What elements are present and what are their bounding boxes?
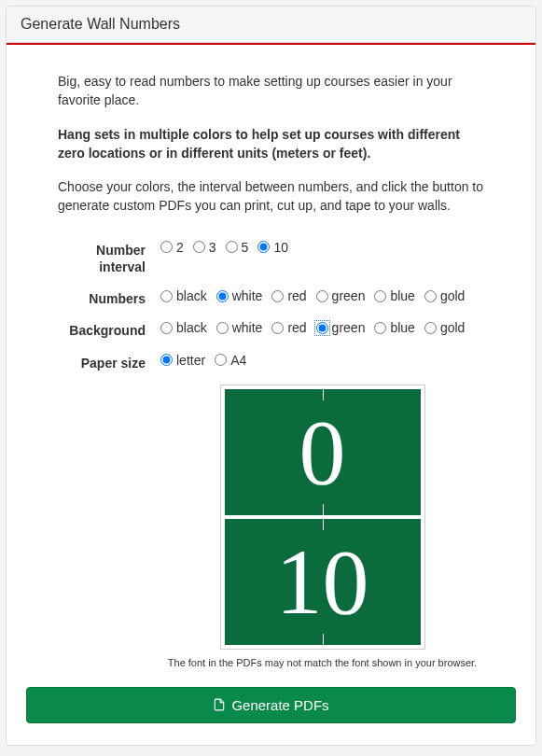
radio-input[interactable] [424, 322, 437, 334]
radio-paper-letter[interactable]: letter [160, 353, 205, 368]
radio-input[interactable] [226, 241, 238, 253]
panel-header: Generate Wall Numbers [7, 7, 535, 43]
radio-input[interactable] [316, 290, 328, 302]
options-paper-size: letter A4 [160, 353, 484, 368]
radio-numbers-white[interactable]: white [216, 288, 263, 303]
radio-numbers-blue[interactable]: blue [374, 288, 414, 303]
radio-input[interactable] [374, 322, 386, 334]
radio-bg-black[interactable]: black [160, 320, 207, 335]
radio-input[interactable] [215, 354, 227, 366]
tick-top [323, 389, 324, 400]
radio-input[interactable] [160, 354, 173, 366]
intro-text-1: Big, easy to read numbers to make settin… [58, 72, 484, 110]
generate-pdfs-button[interactable]: Generate PDFs [26, 687, 516, 723]
pdf-icon [213, 698, 226, 711]
row-number-interval: Number interval 2 3 5 10 [58, 240, 484, 275]
intro-text-3: Choose your colors, the interval between… [58, 177, 484, 216]
radio-interval-3[interactable]: 3 [193, 240, 216, 255]
radio-numbers-green[interactable]: green [316, 288, 366, 303]
tick-bottom [323, 634, 324, 645]
radio-input[interactable] [193, 241, 205, 253]
radio-numbers-gold[interactable]: gold [424, 288, 465, 303]
radio-interval-2[interactable]: 2 [160, 240, 184, 255]
tick-bottom [323, 504, 324, 515]
preview-wrap: 0 10 The font in the PDFs may not match … [160, 385, 484, 668]
radio-input[interactable] [271, 290, 284, 302]
preview-number-first: 0 [299, 399, 346, 506]
generate-pdfs-label: Generate PDFs [231, 697, 328, 713]
preview-box: 0 10 [220, 385, 425, 650]
panel: Generate Wall Numbers Big, easy to read … [6, 6, 536, 746]
row-background-color: Background black white red green blue go… [58, 320, 484, 339]
row-numbers-color: Numbers black white red green blue gold [58, 288, 484, 307]
tick-top [323, 519, 324, 530]
label-background-color: Background [58, 320, 160, 339]
intro-text-2: Hang sets in multiple colors to help set… [58, 125, 484, 163]
content: Big, easy to read numbers to make settin… [21, 72, 521, 687]
preview-card-second: 10 [225, 519, 421, 645]
label-number-interval: Number interval [58, 240, 160, 275]
radio-input[interactable] [424, 290, 437, 302]
font-note: The font in the PDFs may not match the f… [168, 657, 477, 668]
radio-input[interactable] [160, 290, 173, 302]
preview-number-second: 10 [276, 528, 369, 636]
radio-input[interactable] [160, 241, 173, 253]
radio-input[interactable] [216, 290, 229, 302]
label-numbers-color: Numbers [58, 288, 160, 307]
options-number-interval: 2 3 5 10 [160, 240, 484, 255]
options-background-color: black white red green blue gold [160, 320, 484, 335]
options-numbers-color: black white red green blue gold [160, 288, 484, 303]
radio-input[interactable] [271, 322, 284, 334]
radio-numbers-red[interactable]: red [271, 288, 306, 303]
radio-interval-10[interactable]: 10 [257, 240, 288, 255]
radio-bg-blue[interactable]: blue [374, 320, 414, 335]
label-paper-size: Paper size [58, 353, 160, 371]
radio-bg-white[interactable]: white [216, 320, 263, 335]
page-title: Generate Wall Numbers [21, 16, 521, 33]
radio-bg-gold[interactable]: gold [424, 320, 465, 335]
radio-numbers-black[interactable]: black [160, 288, 207, 303]
radio-interval-5[interactable]: 5 [226, 240, 249, 255]
preview-card-first: 0 [225, 389, 421, 515]
radio-input[interactable] [160, 322, 173, 334]
panel-body: Big, easy to read numbers to make settin… [7, 45, 535, 745]
radio-input[interactable] [257, 241, 270, 253]
radio-bg-green[interactable]: green [316, 320, 366, 335]
radio-input[interactable] [216, 322, 229, 334]
radio-input[interactable] [316, 322, 328, 334]
radio-paper-a4[interactable]: A4 [215, 353, 246, 368]
radio-bg-red[interactable]: red [271, 320, 306, 335]
radio-input[interactable] [374, 290, 386, 302]
row-paper-size: Paper size letter A4 [58, 353, 484, 371]
